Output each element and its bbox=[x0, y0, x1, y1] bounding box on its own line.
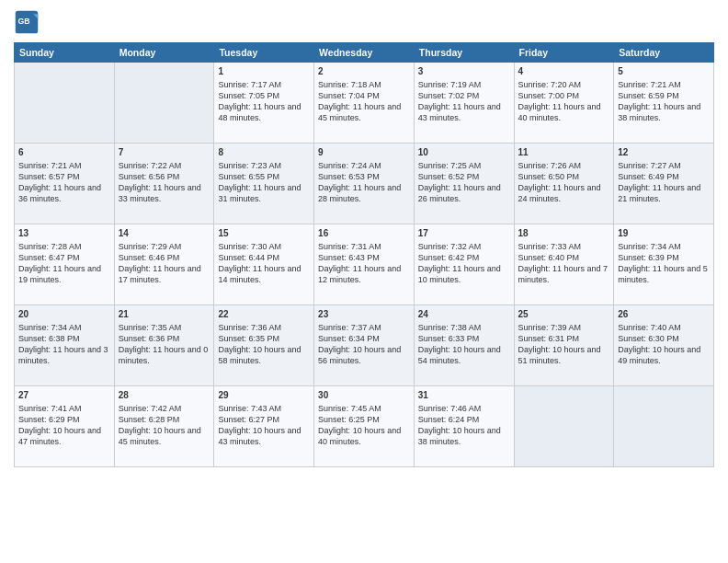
calendar-cell: 4Sunrise: 7:20 AM Sunset: 7:00 PM Daylig… bbox=[514, 63, 614, 144]
calendar-cell: 6Sunrise: 7:21 AM Sunset: 6:57 PM Daylig… bbox=[15, 144, 115, 224]
cell-details: Sunrise: 7:29 AM Sunset: 6:46 PM Dayligh… bbox=[119, 241, 210, 286]
day-number: 12 bbox=[618, 146, 710, 159]
cell-details: Sunrise: 7:42 AM Sunset: 6:28 PM Dayligh… bbox=[119, 403, 210, 448]
weekday-header-tuesday: Tuesday bbox=[214, 43, 314, 63]
calendar-cell: 17Sunrise: 7:32 AM Sunset: 6:42 PM Dayli… bbox=[414, 224, 514, 305]
calendar-week-row: 13Sunrise: 7:28 AM Sunset: 6:47 PM Dayli… bbox=[15, 224, 714, 305]
calendar-cell: 1Sunrise: 7:17 AM Sunset: 7:05 PM Daylig… bbox=[214, 63, 314, 144]
calendar-cell bbox=[514, 386, 614, 467]
calendar-cell: 20Sunrise: 7:34 AM Sunset: 6:38 PM Dayli… bbox=[15, 305, 115, 386]
cell-details: Sunrise: 7:34 AM Sunset: 6:38 PM Dayligh… bbox=[18, 322, 110, 367]
calendar-week-row: 6Sunrise: 7:21 AM Sunset: 6:57 PM Daylig… bbox=[15, 144, 714, 224]
day-number: 29 bbox=[218, 389, 310, 402]
day-number: 30 bbox=[318, 389, 410, 402]
calendar-cell: 30Sunrise: 7:45 AM Sunset: 6:25 PM Dayli… bbox=[314, 386, 415, 467]
calendar-cell: 28Sunrise: 7:42 AM Sunset: 6:28 PM Dayli… bbox=[114, 386, 214, 467]
logo: GB bbox=[14, 9, 43, 35]
page: GB SundayMondayTuesdayWednesdayThursdayF… bbox=[0, 0, 728, 563]
day-number: 27 bbox=[18, 389, 110, 402]
day-number: 18 bbox=[518, 227, 610, 240]
cell-details: Sunrise: 7:25 AM Sunset: 6:52 PM Dayligh… bbox=[418, 160, 510, 205]
calendar-cell: 21Sunrise: 7:35 AM Sunset: 6:36 PM Dayli… bbox=[114, 305, 214, 386]
calendar-cell: 9Sunrise: 7:24 AM Sunset: 6:53 PM Daylig… bbox=[314, 144, 415, 224]
day-number: 8 bbox=[218, 146, 310, 159]
cell-details: Sunrise: 7:18 AM Sunset: 7:04 PM Dayligh… bbox=[318, 79, 410, 124]
day-number: 14 bbox=[119, 227, 210, 240]
calendar-cell: 5Sunrise: 7:21 AM Sunset: 6:59 PM Daylig… bbox=[614, 63, 714, 144]
cell-details: Sunrise: 7:19 AM Sunset: 7:02 PM Dayligh… bbox=[418, 79, 510, 124]
calendar-cell bbox=[15, 63, 115, 144]
day-number: 23 bbox=[318, 308, 410, 321]
calendar-cell: 2Sunrise: 7:18 AM Sunset: 7:04 PM Daylig… bbox=[314, 63, 415, 144]
cell-details: Sunrise: 7:31 AM Sunset: 6:43 PM Dayligh… bbox=[318, 241, 410, 286]
day-number: 13 bbox=[18, 227, 110, 240]
calendar-cell: 11Sunrise: 7:26 AM Sunset: 6:50 PM Dayli… bbox=[514, 144, 614, 224]
calendar-cell: 13Sunrise: 7:28 AM Sunset: 6:47 PM Dayli… bbox=[15, 224, 115, 305]
calendar-cell bbox=[614, 386, 714, 467]
day-number: 4 bbox=[518, 65, 610, 78]
weekday-header-friday: Friday bbox=[514, 43, 614, 63]
day-number: 1 bbox=[218, 65, 310, 78]
cell-details: Sunrise: 7:28 AM Sunset: 6:47 PM Dayligh… bbox=[18, 241, 110, 286]
cell-details: Sunrise: 7:40 AM Sunset: 6:30 PM Dayligh… bbox=[618, 322, 710, 367]
cell-details: Sunrise: 7:21 AM Sunset: 6:57 PM Dayligh… bbox=[18, 160, 110, 205]
calendar-cell bbox=[114, 63, 214, 144]
calendar-cell: 7Sunrise: 7:22 AM Sunset: 6:56 PM Daylig… bbox=[114, 144, 214, 224]
calendar-cell: 29Sunrise: 7:43 AM Sunset: 6:27 PM Dayli… bbox=[214, 386, 314, 467]
day-number: 5 bbox=[618, 65, 710, 78]
calendar-cell: 12Sunrise: 7:27 AM Sunset: 6:49 PM Dayli… bbox=[614, 144, 714, 224]
day-number: 19 bbox=[618, 227, 710, 240]
weekday-header-wednesday: Wednesday bbox=[314, 43, 415, 63]
calendar-cell: 27Sunrise: 7:41 AM Sunset: 6:29 PM Dayli… bbox=[15, 386, 115, 467]
day-number: 2 bbox=[318, 65, 410, 78]
day-number: 9 bbox=[318, 146, 410, 159]
cell-details: Sunrise: 7:32 AM Sunset: 6:42 PM Dayligh… bbox=[418, 241, 510, 286]
cell-details: Sunrise: 7:22 AM Sunset: 6:56 PM Dayligh… bbox=[119, 160, 210, 205]
cell-details: Sunrise: 7:21 AM Sunset: 6:59 PM Dayligh… bbox=[618, 79, 710, 124]
cell-details: Sunrise: 7:30 AM Sunset: 6:44 PM Dayligh… bbox=[218, 241, 310, 286]
cell-details: Sunrise: 7:20 AM Sunset: 7:00 PM Dayligh… bbox=[518, 79, 610, 124]
cell-details: Sunrise: 7:37 AM Sunset: 6:34 PM Dayligh… bbox=[318, 322, 410, 367]
weekday-header-monday: Monday bbox=[114, 43, 214, 63]
day-number: 28 bbox=[119, 389, 210, 402]
calendar-week-row: 1Sunrise: 7:17 AM Sunset: 7:05 PM Daylig… bbox=[15, 63, 714, 144]
day-number: 26 bbox=[618, 308, 710, 321]
calendar-cell: 19Sunrise: 7:34 AM Sunset: 6:39 PM Dayli… bbox=[614, 224, 714, 305]
cell-details: Sunrise: 7:24 AM Sunset: 6:53 PM Dayligh… bbox=[318, 160, 410, 205]
calendar-cell: 16Sunrise: 7:31 AM Sunset: 6:43 PM Dayli… bbox=[314, 224, 415, 305]
cell-details: Sunrise: 7:33 AM Sunset: 6:40 PM Dayligh… bbox=[518, 241, 610, 286]
cell-details: Sunrise: 7:36 AM Sunset: 6:35 PM Dayligh… bbox=[218, 322, 310, 367]
weekday-header-row: SundayMondayTuesdayWednesdayThursdayFrid… bbox=[15, 43, 714, 63]
calendar-week-row: 20Sunrise: 7:34 AM Sunset: 6:38 PM Dayli… bbox=[15, 305, 714, 386]
cell-details: Sunrise: 7:27 AM Sunset: 6:49 PM Dayligh… bbox=[618, 160, 710, 205]
cell-details: Sunrise: 7:46 AM Sunset: 6:24 PM Dayligh… bbox=[418, 403, 510, 448]
calendar-cell: 23Sunrise: 7:37 AM Sunset: 6:34 PM Dayli… bbox=[314, 305, 415, 386]
calendar-cell: 18Sunrise: 7:33 AM Sunset: 6:40 PM Dayli… bbox=[514, 224, 614, 305]
calendar-cell: 14Sunrise: 7:29 AM Sunset: 6:46 PM Dayli… bbox=[114, 224, 214, 305]
cell-details: Sunrise: 7:43 AM Sunset: 6:27 PM Dayligh… bbox=[218, 403, 310, 448]
calendar-cell: 22Sunrise: 7:36 AM Sunset: 6:35 PM Dayli… bbox=[214, 305, 314, 386]
day-number: 24 bbox=[418, 308, 510, 321]
day-number: 25 bbox=[518, 308, 610, 321]
cell-details: Sunrise: 7:45 AM Sunset: 6:25 PM Dayligh… bbox=[318, 403, 410, 448]
day-number: 20 bbox=[18, 308, 110, 321]
day-number: 22 bbox=[218, 308, 310, 321]
day-number: 6 bbox=[18, 146, 110, 159]
calendar-cell: 10Sunrise: 7:25 AM Sunset: 6:52 PM Dayli… bbox=[414, 144, 514, 224]
calendar-cell: 26Sunrise: 7:40 AM Sunset: 6:30 PM Dayli… bbox=[614, 305, 714, 386]
calendar-cell: 25Sunrise: 7:39 AM Sunset: 6:31 PM Dayli… bbox=[514, 305, 614, 386]
cell-details: Sunrise: 7:17 AM Sunset: 7:05 PM Dayligh… bbox=[218, 79, 310, 124]
cell-details: Sunrise: 7:38 AM Sunset: 6:33 PM Dayligh… bbox=[418, 322, 510, 367]
day-number: 10 bbox=[418, 146, 510, 159]
cell-details: Sunrise: 7:26 AM Sunset: 6:50 PM Dayligh… bbox=[518, 160, 610, 205]
day-number: 31 bbox=[418, 389, 510, 402]
cell-details: Sunrise: 7:41 AM Sunset: 6:29 PM Dayligh… bbox=[18, 403, 110, 448]
svg-text:GB: GB bbox=[17, 17, 29, 26]
logo-icon: GB bbox=[14, 9, 40, 35]
cell-details: Sunrise: 7:39 AM Sunset: 6:31 PM Dayligh… bbox=[518, 322, 610, 367]
day-number: 3 bbox=[418, 65, 510, 78]
header: GB bbox=[14, 9, 714, 35]
day-number: 17 bbox=[418, 227, 510, 240]
calendar-week-row: 27Sunrise: 7:41 AM Sunset: 6:29 PM Dayli… bbox=[15, 386, 714, 467]
weekday-header-sunday: Sunday bbox=[15, 43, 115, 63]
